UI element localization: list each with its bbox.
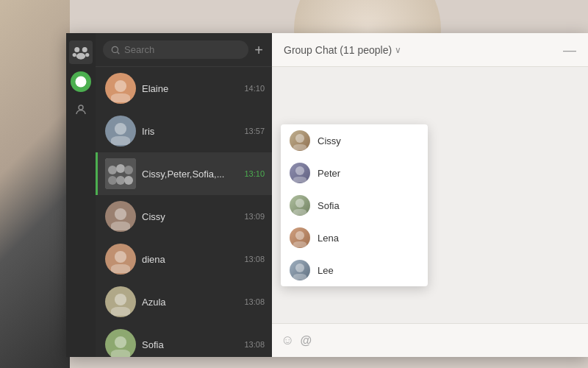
group-title-text: Group Chat (11 people)	[284, 44, 392, 56]
member-item-peter[interactable]: Peter	[281, 157, 428, 189]
chat-time-azula: 13:08	[244, 297, 265, 306]
at-mention-button[interactable]: @	[300, 334, 312, 347]
chat-time-group: 13:10	[244, 169, 265, 178]
svg-point-2	[82, 47, 87, 52]
chat-header: Group Chat (11 people) ∨ —	[272, 33, 588, 67]
member-name-lena: Lena	[318, 233, 339, 244]
member-name-cissy: Cissy	[318, 135, 341, 146]
avatar-elaine	[105, 73, 136, 104]
member-item-lena[interactable]: Lena	[281, 222, 428, 254]
chat-item-sofia[interactable]: Sofia 13:08	[96, 323, 272, 357]
sidebar-icons	[66, 33, 96, 357]
svg-point-3	[73, 53, 76, 57]
emoji-button[interactable]: ☺	[281, 333, 294, 348]
avatar-sofia	[105, 329, 136, 357]
chat-item-iris[interactable]: Iris 13:57	[96, 110, 272, 152]
chat-name-iris: Iris	[142, 126, 238, 137]
svg-point-4	[85, 53, 89, 57]
chat-name-sofia: Sofia	[142, 339, 238, 350]
avatar-group	[105, 158, 136, 189]
svg-point-16	[124, 176, 133, 185]
avatar-diena	[105, 244, 136, 275]
chat-name-diena: diena	[142, 254, 238, 265]
chat-item-diena[interactable]: diena 13:08	[96, 238, 272, 280]
svg-point-14	[108, 176, 117, 185]
avatar-iris	[105, 116, 136, 146]
chat-list-panel: + Elaine 14:10 Iris 13	[96, 33, 272, 357]
chat-input-bar: ☺ @	[272, 323, 588, 357]
chat-time-iris: 13:57	[244, 127, 265, 135]
svg-line-9	[118, 52, 120, 54]
sidebar-icon-contacts[interactable]	[71, 99, 91, 120]
minimize-button[interactable]: —	[563, 43, 576, 57]
chat-info-azula: Azula	[142, 297, 238, 308]
svg-point-8	[112, 46, 118, 52]
svg-point-5	[76, 53, 85, 60]
chat-body: Cissy Peter	[272, 67, 588, 323]
chat-item-elaine[interactable]: Elaine 14:10	[96, 67, 272, 110]
chevron-down-icon[interactable]: ∨	[395, 45, 401, 55]
member-name-sofia: Sofia	[318, 200, 340, 211]
svg-point-15	[116, 176, 125, 185]
chat-info-diena: diena	[142, 254, 238, 265]
chat-info-cissy: Cissy	[142, 211, 238, 222]
svg-point-7	[79, 105, 83, 110]
member-avatar-lena	[290, 227, 310, 248]
member-name-lee: Lee	[318, 265, 334, 276]
chat-item-group[interactable]: Cissy,Peter,Sofia,... 13:10	[96, 152, 272, 195]
search-icon	[110, 45, 121, 55]
member-avatar-peter	[290, 163, 310, 183]
chat-name-azula: Azula	[142, 297, 238, 308]
avatar-azula	[105, 286, 136, 317]
member-item-lee[interactable]: Lee	[281, 254, 428, 286]
chat-time-diena: 13:08	[244, 255, 265, 263]
member-avatar-cissy	[290, 130, 310, 151]
search-bar: +	[96, 33, 272, 67]
app-logo	[69, 40, 93, 64]
svg-point-6	[76, 77, 87, 88]
member-avatar-sofia	[290, 195, 310, 216]
svg-rect-0	[71, 42, 91, 63]
member-name-peter: Peter	[318, 168, 340, 179]
member-dropdown: Cissy Peter	[281, 124, 428, 286]
chat-info-sofia: Sofia	[142, 339, 238, 350]
chat-time-sofia: 13:08	[244, 340, 265, 349]
sidebar-icon-chat[interactable]	[71, 71, 91, 92]
svg-point-13	[124, 166, 133, 174]
chat-item-cissy[interactable]: Cissy 13:09	[96, 195, 272, 238]
chat-item-azula[interactable]: Azula 13:08	[96, 280, 272, 323]
search-input-wrap[interactable]	[103, 40, 248, 59]
chat-time-cissy: 13:09	[244, 212, 265, 221]
member-item-sofia[interactable]: Sofia	[281, 189, 428, 222]
svg-point-1	[74, 47, 79, 52]
avatar-cissy	[105, 201, 136, 232]
main-chat: Group Chat (11 people) ∨ — Cissy	[272, 33, 588, 357]
svg-point-12	[116, 164, 125, 173]
chat-time-elaine: 14:10	[244, 84, 265, 93]
chat-name-cissy: Cissy	[142, 211, 238, 222]
search-input[interactable]	[124, 44, 241, 55]
app-container: + Elaine 14:10 Iris 13	[66, 33, 588, 357]
background-left	[0, 0, 70, 368]
member-avatar-lee	[290, 260, 310, 280]
chat-name-group: Cissy,Peter,Sofia,...	[142, 169, 238, 180]
chat-name-elaine: Elaine	[142, 83, 238, 94]
add-chat-button[interactable]: +	[253, 43, 265, 57]
chat-info-elaine: Elaine	[142, 83, 238, 94]
chat-info-iris: Iris	[142, 126, 238, 137]
chat-list: Elaine 14:10 Iris 13:57	[96, 67, 272, 357]
group-title: Group Chat (11 people) ∨	[284, 44, 401, 56]
member-item-cissy[interactable]: Cissy	[281, 124, 428, 157]
svg-point-11	[108, 166, 117, 174]
chat-info-group: Cissy,Peter,Sofia,...	[142, 169, 238, 180]
